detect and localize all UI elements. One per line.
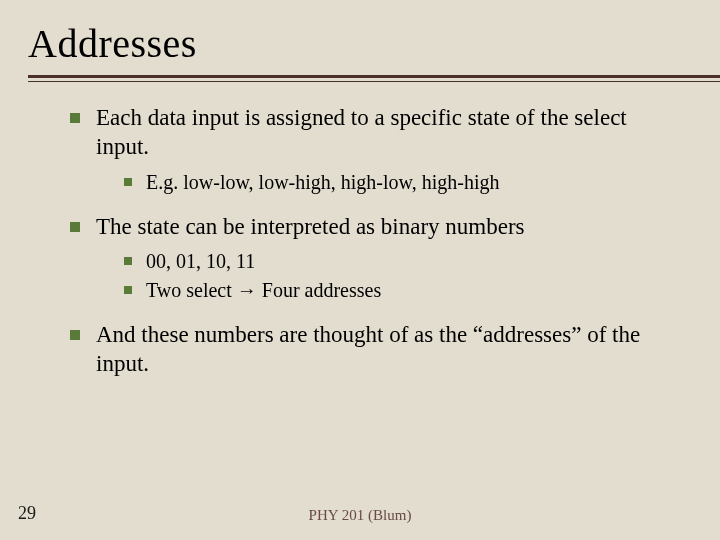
footer-text: PHY 201 (Blum) [0, 507, 720, 524]
slide-title: Addresses [0, 0, 720, 75]
list-item-text: The state can be interpreted as binary n… [96, 213, 680, 242]
square-bullet-icon [124, 257, 132, 265]
title-underline [0, 75, 720, 82]
slide: Addresses Each data input is assigned to… [0, 0, 720, 540]
square-bullet-icon [124, 178, 132, 186]
list-item: Each data input is assigned to a specifi… [70, 104, 680, 195]
sub-list-item-text: Two select → Four addresses [146, 278, 680, 303]
square-bullet-icon [70, 330, 80, 340]
underline-thick [28, 75, 720, 78]
list-item-text: And these numbers are thought of as the … [96, 321, 680, 379]
sub-list-item: Two select → Four addresses [124, 278, 680, 303]
list-item: And these numbers are thought of as the … [70, 321, 680, 379]
square-bullet-icon [70, 222, 80, 232]
sub-list-item-text: 00, 01, 10, 11 [146, 249, 680, 274]
slide-body: Each data input is assigned to a specifi… [0, 82, 720, 379]
sub-list-item: E.g. low-low, low-high, high-low, high-h… [124, 170, 680, 195]
square-bullet-icon [70, 113, 80, 123]
sub-list-item: 00, 01, 10, 11 [124, 249, 680, 274]
square-bullet-icon [124, 286, 132, 294]
sub-list-item-text: E.g. low-low, low-high, high-low, high-h… [146, 170, 680, 195]
list-item-text: Each data input is assigned to a specifi… [96, 104, 680, 162]
sub-list: E.g. low-low, low-high, high-low, high-h… [124, 170, 680, 195]
list-item: The state can be interpreted as binary n… [70, 213, 680, 304]
sub-list: 00, 01, 10, 11 Two select → Four address… [124, 249, 680, 303]
